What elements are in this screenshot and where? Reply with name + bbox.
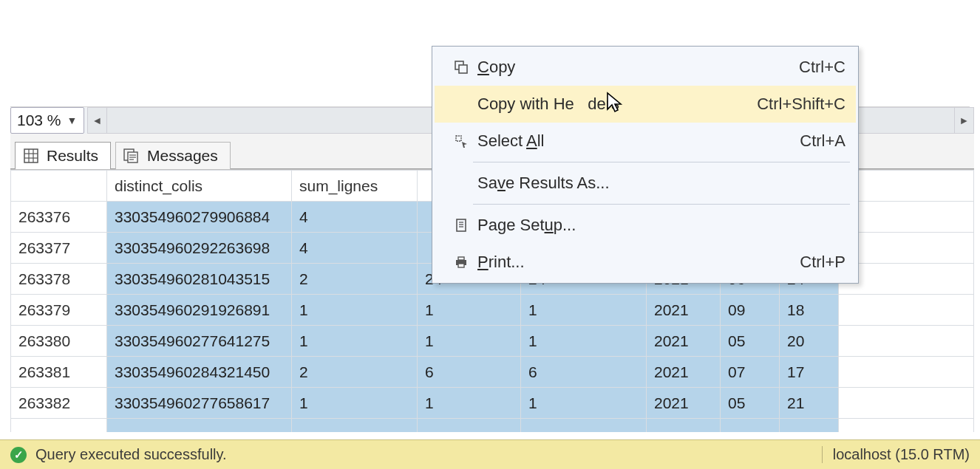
table-row[interactable]: 26338233035496027765861711120210521 — [11, 388, 974, 419]
grid-cell[interactable]: 17 — [780, 357, 839, 388]
grid-cell — [292, 419, 418, 433]
svg-rect-17 — [458, 257, 464, 260]
copy-icon — [445, 60, 477, 75]
grid-cell[interactable]: 2021 — [647, 357, 721, 388]
grid-cell[interactable]: 330354960291926891 — [107, 295, 292, 326]
grid-cell[interactable]: 2 — [292, 264, 418, 295]
row-number[interactable]: 263378 — [11, 264, 107, 295]
grid-cell — [107, 419, 292, 433]
grid-cell[interactable]: 1 — [418, 326, 521, 357]
scroll-left-icon[interactable]: ◄ — [88, 108, 107, 133]
grid-cell — [418, 419, 521, 433]
grid-cell-filler — [839, 388, 974, 419]
grid-cell[interactable]: 6 — [521, 357, 647, 388]
menu-page-setup[interactable]: Page Setup... — [435, 207, 856, 244]
menu-print-shortcut: Ctrl+P — [800, 253, 845, 272]
grid-cell[interactable]: 07 — [721, 357, 780, 388]
grid-header-distinct-colis[interactable]: distinct_colis — [107, 171, 292, 202]
grid-cell[interactable]: 1 — [418, 388, 521, 419]
status-bar: ✓ Query executed successfully. localhost… — [0, 439, 980, 469]
grid-cell[interactable]: 09 — [721, 295, 780, 326]
grid-cell[interactable]: 4 — [292, 233, 418, 264]
row-number[interactable]: 263380 — [11, 326, 107, 357]
table-row[interactable]: 26338033035496027764127511120210520 — [11, 326, 974, 357]
grid-cell[interactable]: 1 — [292, 326, 418, 357]
menu-select-all[interactable]: Select All Ctrl+A — [435, 123, 856, 160]
grid-cell[interactable]: 1 — [521, 295, 647, 326]
grid-cell[interactable]: 18 — [780, 295, 839, 326]
grid-cell[interactable]: 330354960292263698 — [107, 233, 292, 264]
svg-rect-18 — [458, 264, 464, 267]
tab-results-label: Results — [47, 147, 98, 165]
menu-separator — [473, 204, 850, 205]
grid-cell[interactable]: 2021 — [647, 295, 721, 326]
grid-cell — [521, 419, 647, 433]
grid-cell-filler — [839, 357, 974, 388]
grid-cell — [780, 419, 839, 433]
grid-icon — [23, 148, 39, 164]
row-number[interactable]: 263376 — [11, 202, 107, 233]
page-setup-icon — [445, 218, 477, 233]
grid-cell[interactable]: 1 — [521, 388, 647, 419]
tab-results[interactable]: Results — [15, 142, 111, 169]
grid-cell[interactable]: 330354960277641275 — [107, 326, 292, 357]
menu-save-results-as[interactable]: Save Results As... — [435, 165, 856, 202]
menu-copy-headers-shortcut: Ctrl+Shift+C — [757, 95, 845, 114]
grid-cell[interactable]: 330354960277658617 — [107, 388, 292, 419]
grid-cell[interactable]: 4 — [292, 202, 418, 233]
tab-messages[interactable]: Messages — [115, 142, 231, 169]
grid-cell-filler — [839, 295, 974, 326]
row-number[interactable]: 263382 — [11, 388, 107, 419]
status-left: ✓ Query executed successfully. — [10, 446, 227, 463]
grid-cell[interactable]: 330354960284321450 — [107, 357, 292, 388]
menu-select-all-label: Select All — [477, 131, 800, 151]
context-menu: Copy Ctrl+C Copy with He ders Ctrl+Shift… — [432, 46, 859, 284]
row-number[interactable]: 263377 — [11, 233, 107, 264]
grid-cell[interactable]: 1 — [521, 326, 647, 357]
grid-cell[interactable]: 1 — [418, 295, 521, 326]
scroll-right-icon[interactable]: ► — [954, 108, 973, 133]
grid-cell[interactable]: 330354960281043515 — [107, 264, 292, 295]
grid-cell[interactable]: 20 — [780, 326, 839, 357]
grid-cell[interactable]: 05 — [721, 326, 780, 357]
select-all-icon — [445, 134, 477, 148]
grid-cell[interactable]: 21 — [780, 388, 839, 419]
tab-messages-label: Messages — [147, 147, 218, 165]
grid-cell[interactable]: 2021 — [647, 326, 721, 357]
row-number — [11, 419, 107, 433]
menu-print-label: Print... — [477, 253, 800, 272]
check-icon: ✓ — [10, 447, 27, 463]
chevron-down-icon: ▼ — [67, 114, 78, 126]
menu-copy-label: Copy — [477, 58, 799, 77]
grid-cell[interactable]: 330354960279906884 — [107, 202, 292, 233]
menu-copy[interactable]: Copy Ctrl+C — [435, 49, 856, 86]
menu-copy-with-headers[interactable]: Copy with He ders Ctrl+Shift+C — [435, 86, 856, 123]
svg-rect-12 — [457, 219, 466, 231]
grid-header-sum-lignes[interactable]: sum_lignes — [292, 171, 418, 202]
grid-cell[interactable]: 1 — [292, 295, 418, 326]
svg-rect-0 — [24, 149, 38, 162]
grid-cell[interactable]: 1 — [292, 388, 418, 419]
menu-separator — [473, 162, 850, 162]
table-row[interactable]: 26337933035496029192689111120210918 — [11, 295, 974, 326]
grid-cell[interactable]: 2021 — [647, 388, 721, 419]
row-number[interactable]: 263379 — [11, 295, 107, 326]
grid-cell[interactable]: 6 — [418, 357, 521, 388]
svg-rect-11 — [459, 65, 467, 73]
grid-header-corner[interactable] — [11, 171, 107, 202]
table-row[interactable]: 26338133035496028432145026620210717 — [11, 357, 974, 388]
menu-copy-shortcut: Ctrl+C — [799, 58, 845, 77]
zoom-dropdown[interactable]: 103 % ▼ — [10, 107, 84, 134]
menu-save-as-label: Save Results As... — [477, 174, 845, 193]
print-icon — [445, 255, 477, 270]
menu-page-setup-label: Page Setup... — [477, 216, 845, 235]
grid-cell[interactable]: 05 — [721, 388, 780, 419]
grid-cell[interactable]: 2 — [292, 357, 418, 388]
table-row — [11, 419, 974, 433]
status-message: Query executed successfully. — [35, 446, 227, 463]
menu-print[interactable]: Print... Ctrl+P — [435, 244, 856, 281]
zoom-value: 103 % — [17, 112, 61, 129]
status-connection: localhost (15.0 RTM) — [822, 446, 970, 463]
row-number[interactable]: 263381 — [11, 357, 107, 388]
grid-cell-filler — [839, 326, 974, 357]
